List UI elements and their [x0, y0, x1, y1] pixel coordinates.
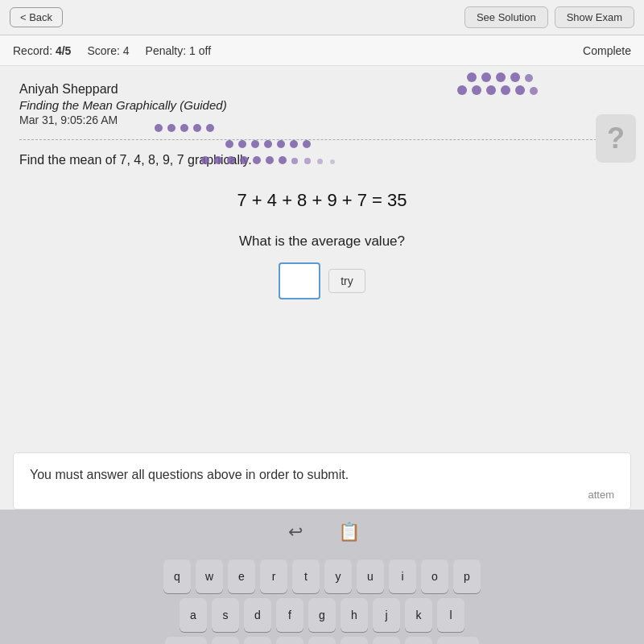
key-y[interactable]: y — [324, 559, 352, 593]
section-divider — [19, 139, 625, 140]
see-solution-button[interactable]: See Solution — [464, 6, 548, 28]
keyboard: q w e r t y u i o p a s d f g h j k l ⇧ … — [8, 559, 636, 644]
key-z[interactable]: z — [212, 637, 239, 644]
key-u[interactable]: u — [357, 559, 384, 593]
assignment-date: Mar 31, 9:05:26 AM — [19, 114, 625, 126]
equation-display: 7 + 4 + 8 + 9 + 7 = 35 — [19, 190, 625, 211]
key-i[interactable]: i — [389, 559, 416, 593]
key-r[interactable]: r — [260, 559, 287, 593]
average-question: What is the average value? — [19, 233, 625, 250]
key-p[interactable]: p — [453, 559, 481, 593]
key-q[interactable]: q — [163, 559, 191, 593]
show-example-button[interactable]: Show Exam — [555, 6, 634, 28]
back-button[interactable]: < Back — [10, 7, 63, 27]
assignment-title: Finding the Mean Graphically (Guided) — [19, 98, 625, 112]
back-label: < Back — [20, 11, 52, 23]
keyboard-row-1: q w e r t y u i o p — [8, 559, 636, 593]
answer-input[interactable] — [279, 262, 320, 299]
key-j[interactable]: j — [373, 598, 400, 632]
score-bar: Record: 4/5 Score: 4 Penalty: 1 off Comp… — [0, 35, 644, 66]
score-info: Record: 4/5 Score: 4 Penalty: 1 off — [13, 44, 211, 57]
bottom-area: ↩ 📋 q w e r t y u i o p a s d f g h j k … — [0, 510, 644, 644]
keyboard-row-2: a s d f g h j k l — [8, 598, 636, 632]
complete-label: Complete — [583, 44, 631, 57]
key-h[interactable]: h — [341, 598, 368, 632]
key-shift[interactable]: ⇧ — [165, 637, 207, 644]
key-b[interactable]: b — [341, 637, 368, 644]
key-w[interactable]: w — [196, 559, 223, 593]
notice-bar: You must answer all questions above in o… — [13, 452, 631, 510]
score-display: Score: 4 — [87, 44, 129, 57]
bottom-icons-row: ↩ 📋 — [281, 518, 363, 547]
key-backspace[interactable]: ⌫ — [437, 637, 479, 644]
clipboard-icon[interactable]: 📋 — [334, 518, 363, 547]
key-k[interactable]: k — [405, 598, 432, 632]
key-d[interactable]: d — [244, 598, 271, 632]
main-content-area: Aniyah Sheppard Finding the Mean Graphic… — [0, 66, 644, 452]
record-display: Record: 4/5 — [13, 44, 71, 57]
back-arrow-icon[interactable]: ↩ — [281, 518, 310, 547]
key-a[interactable]: a — [180, 598, 207, 632]
keyboard-row-3: ⇧ z x c v b n m ⌫ — [8, 637, 636, 644]
key-l[interactable]: l — [437, 598, 464, 632]
top-bar-right: See Solution Show Exam — [464, 6, 634, 28]
key-m[interactable]: m — [405, 637, 432, 644]
key-g[interactable]: g — [308, 598, 336, 632]
top-navigation-bar: < Back See Solution Show Exam — [0, 0, 644, 35]
question-prompt: Find the mean of 7, 4, 8, 9, 7 graphical… — [19, 153, 625, 167]
key-t[interactable]: t — [292, 559, 320, 593]
attempt-label: attem — [30, 489, 614, 501]
key-s[interactable]: s — [212, 598, 239, 632]
help-icon-box[interactable]: ? — [596, 114, 636, 163]
try-button[interactable]: try — [328, 269, 365, 293]
penalty-display: Penalty: 1 off — [146, 44, 211, 57]
key-x[interactable]: x — [244, 637, 271, 644]
key-c[interactable]: c — [276, 637, 303, 644]
key-f[interactable]: f — [276, 598, 303, 632]
notice-text: You must answer all questions above in o… — [30, 468, 614, 482]
notice-container: You must answer all questions above in o… — [0, 452, 644, 510]
student-info: Aniyah Sheppard Finding the Mean Graphic… — [19, 82, 625, 126]
key-e[interactable]: e — [228, 559, 255, 593]
answer-input-row: try — [19, 262, 625, 299]
key-v[interactable]: v — [308, 637, 336, 644]
key-n[interactable]: n — [373, 637, 400, 644]
student-name: Aniyah Sheppard — [19, 82, 625, 97]
key-o[interactable]: o — [421, 559, 448, 593]
